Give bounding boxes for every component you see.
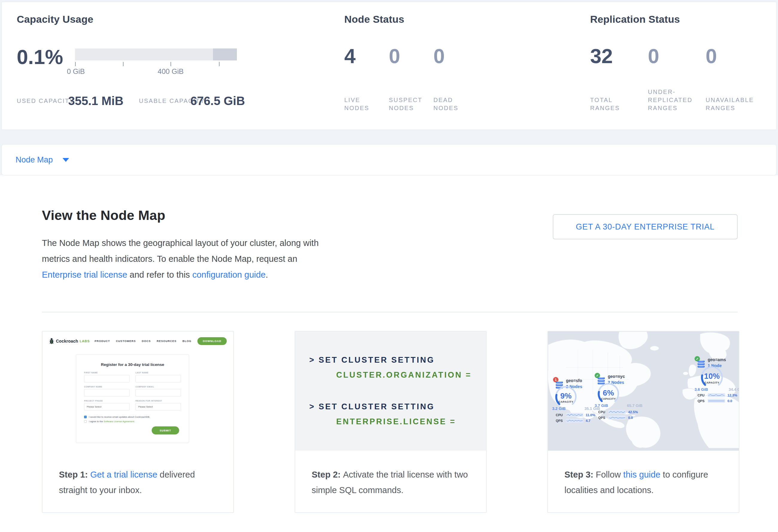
used-gib: 3.2 GiB [552,406,566,411]
capacity-caption: CAPACITY [553,400,579,403]
step1-screenshot: Cockroach LABS PRODUCT CUSTOMERS DOCS RE… [43,331,233,451]
cpu-label: CPU [598,410,608,414]
capacity-range: 3.7 GiB 65.7 GiB [595,403,642,408]
usable-capacity-value: 676.5 GiB [190,94,245,108]
live-nodes-stat: 4 LIVE NODES [344,44,389,112]
get-trial-license-link[interactable]: Get a trial license [90,470,157,479]
node-map-dropdown[interactable]: Node Map [1,144,777,175]
qps-label: QPS [598,416,608,420]
company-email-input [136,389,181,396]
capacity-axis-ticks [75,61,237,67]
suspect-nodes-label: SUSPECT NODES [389,96,434,112]
cockroach-bug-icon [49,338,54,345]
capacity-range: 3.2 GiB 35.1 GiB [552,406,600,411]
cpu-metric: CPU 11.0% [556,413,595,417]
node-map-dropdown-label: Node Map [15,155,53,165]
cpu-sparkline [566,413,583,417]
qps-sparkline [566,419,583,423]
capacity-usage-title: Capacity Usage [17,13,93,25]
dead-nodes-label: DEAD NODES [434,96,478,112]
unavailable-ranges-stat: 0 UNAVAILABLE RANGES [706,44,763,112]
brand-suffix: LABS [80,339,90,343]
capacity-bar: 0 GiB 400 GiB [75,42,237,76]
dead-nodes-stat: 0 DEAD NODES [434,44,478,112]
under-replicated-value: 0 [648,44,706,69]
cluster-geo-ams: ✓ geo=ams 1 Node 10% CAPACITY 3.6 GiB [694,356,740,400]
capacity-percent: 0.1% [17,42,63,72]
total-ranges-value: 32 [590,44,648,69]
capacity-gauge-ams: 10% CAPACITY [698,366,726,390]
dead-nodes-value: 0 [434,44,478,69]
total-gib: 34.4 GiB [729,387,740,392]
step3-caption: Step 3: Follow this guide to configure l… [548,451,739,498]
node-map-intro-section: View the Node Map The Node Map shows the… [0,175,778,530]
step1-caption: Step 1: Get a trial license delivered st… [43,451,233,498]
step1-card: Cockroach LABS PRODUCT CUSTOMERS DOCS RE… [42,331,234,513]
tick-0 [75,62,76,66]
under-replicated-stat: 0 UNDER-REPLICATED RANGES [648,44,706,112]
first-name-input [84,375,130,382]
suspect-nodes-stat: 0 SUSPECT NODES [389,44,434,112]
step2-card: > SET CLUSTER SETTING CLUSTER.ORGANIZATI… [295,331,487,513]
total-ranges-label: TOTAL RANGES [590,96,648,112]
top-summary-region: Capacity Usage 0.1% 0 GiB 400 Gi [0,0,778,175]
replication-status-panel: Replication Status 32 TOTAL RANGES 0 UND… [590,13,680,25]
cpu-value: 12.3% [727,393,737,397]
cpu-sparkline [708,393,725,397]
field-label-company-email: COMPANY EMAIL [136,386,181,388]
capacity-range: 3.6 GiB 34.4 GiB [695,387,740,392]
description-text-1: The Node Map shows the geographical layo… [42,238,319,263]
field-label-project-phase: PROJECT PHASE [84,400,130,402]
step2-caption: Step 2: Activate the trial license with … [295,451,486,498]
chevron-down-icon [63,158,69,162]
email-updates-label: I would like to receive email updates ab… [89,415,150,418]
node-status-title: Node Status [344,13,404,25]
capacity-caption: CAPACITY [595,397,622,400]
qps-sparkline [608,415,626,420]
enterprise-trial-button[interactable]: GET A 30-DAY ENTERPRISE TRIAL [553,214,737,239]
cpu-metric: CPU 12.3% [698,393,737,397]
qps-metric: QPS 4.7 [556,419,591,423]
used-capacity-value: 355.1 MiB [68,94,124,108]
unavailable-ranges-label: UNAVAILABLE RANGES [706,96,763,112]
capacity-bar-nonusable-segment [213,49,237,61]
unavailable-ranges-value: 0 [706,44,763,69]
license-agreement-checkbox [84,420,87,423]
section-divider [42,312,737,312]
configuration-guide-link[interactable]: configuration guide [192,270,265,280]
cpu-value: 42.5% [628,410,638,414]
qps-label: QPS [698,399,708,403]
node-map-description: The Node Map shows the geographical layo… [42,235,327,283]
description-text-3: . [265,270,268,280]
this-guide-link[interactable]: this guide [623,470,660,479]
qps-value: 0.0 [628,416,633,420]
capacity-percent: 10% [698,372,726,381]
capacity-gauge-sfo: 9% CAPACITY [553,385,579,409]
cpu-label: CPU [556,413,566,417]
mini-form-title: Register for a 30-day trial license [84,362,181,367]
enterprise-trial-license-link[interactable]: Enterprise trial license [42,270,127,280]
field-label-company-name: COMPANY NAME [84,386,130,388]
locality-name: geo=sfo [566,378,582,383]
cpu-sparkline [608,410,626,414]
last-name-input [136,375,181,382]
mini-nav-product: PRODUCT [94,339,110,343]
qps-metric: QPS 0.0 [698,399,732,403]
cockroach-labs-logo: Cockroach LABS [49,338,90,345]
mini-nav-customers: CUSTOMERS [116,339,136,343]
tick-600 [219,62,220,66]
mini-download-button: DOWNLOAD [198,337,227,345]
email-updates-checkbox [84,415,87,418]
under-replicated-label: UNDER-REPLICATED RANGES [648,88,706,112]
description-text-2: and refer to this [127,270,192,280]
node-status-panel: Node Status 4 LIVE NODES 0 SUSPECT NODES… [344,13,404,25]
capacity-axis-labels: 0 GiB 400 GiB [75,67,237,76]
reason-select: Please Select [136,403,181,410]
capacity-percent: 6% [595,388,622,398]
axis-label-400gib: 400 GiB [158,67,184,76]
used-gib: 3.6 GiB [695,387,708,392]
sql-line-4: ENTERPRISE.LICENSE = [336,414,486,429]
capacity-percent: 9% [553,391,579,401]
locality-name: geo=ams [708,357,726,362]
mini-submit-button: SUBMIT [152,427,179,435]
